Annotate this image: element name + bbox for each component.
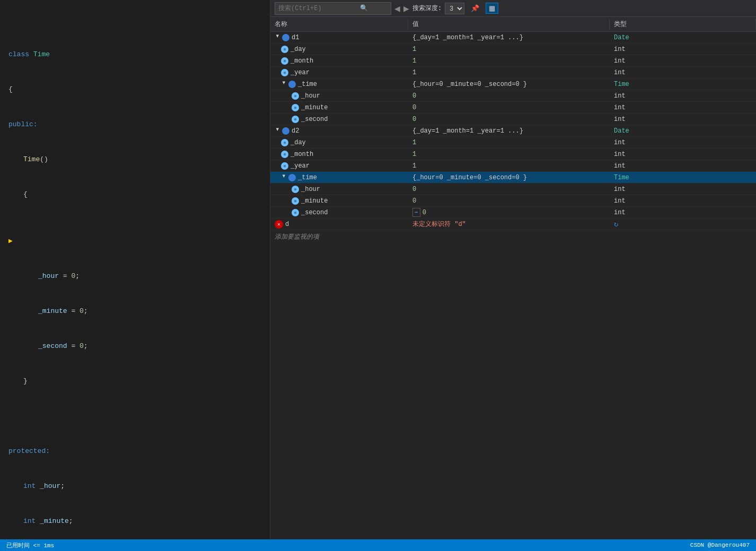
edit-value-btn[interactable]: ➡ [412,208,420,217]
cell-value-d1-hour: 0 [408,90,610,101]
cell-name-d2-hour: ◎ _hour [270,183,408,195]
number: 0 [80,340,84,352]
cell-type-d1-hour: int [610,90,756,101]
field-icon: ◎ [281,162,288,170]
watch-row-d1-hour[interactable]: ◎ _hour 0 int [270,90,756,102]
cell-name-d2-minute: ◎ _minute [270,195,408,206]
watch-row-d-error[interactable]: ✕ d 未定义标识符 "d" ↻ [270,218,756,230]
cell-value-d1-second: 0 [408,113,610,125]
field-icon: ◎ [281,46,288,53]
watch-row-d1-year[interactable]: ◎ _year 1 int [270,67,756,78]
field-icon: ◎ [292,209,299,216]
watch-row-d2-hour[interactable]: ◎ _hour 0 int [270,183,756,195]
arrow-marker: ▶ [8,235,13,247]
watch-row-d2[interactable]: ▶ d2 {_day=1 _month=1 _year=1 ...} Date [270,125,756,137]
cell-type-d1: Date [610,32,756,43]
nav-back-button[interactable]: ◀ [394,4,400,13]
status-bar: 已用时间 <= 1ms CSDN @Dangerou407 [0,539,756,551]
status-time: 已用时间 <= 1ms [6,541,54,549]
obj-icon-d2-time [288,174,296,181]
error-icon: ✕ [275,220,283,229]
field-icon: ◎ [292,197,299,205]
watch-row-d2-second[interactable]: ◎ _second ➡ 0 int [270,207,756,218]
cell-value-d2-minute: 0 [408,195,610,206]
cell-name-d2: ▶ d2 [270,125,408,136]
code-line [0,410,270,422]
cell-name-d1-minute: ◎ _minute [270,102,408,113]
search-input[interactable] [278,5,358,12]
name-d-error: d [285,221,289,228]
cell-value-d2-time: {_hour=0 _minute=0 _second=0 } [408,172,610,183]
cell-value-d2-second[interactable]: ➡ 0 [408,207,610,218]
refresh-icon[interactable]: ↻ [614,220,618,229]
cell-type-d1-minute: int [610,102,756,113]
grid-view-button[interactable]: ▦ [486,3,498,14]
cell-value-d1-time: {_hour=0 _minute=0 _second=0 } [408,78,610,90]
code-line: int _minute; [0,515,270,527]
cell-name-d1-month: ◎ _month [270,55,408,66]
expand-arrow-d1-time[interactable]: ▶ [281,82,287,87]
expand-arrow-d1[interactable]: ▶ [275,35,280,40]
search-box[interactable]: 🔍 [275,2,391,15]
expand-arrow-d2[interactable]: ▶ [275,128,280,134]
field-icon: ◎ [292,92,299,100]
type-name: Time [33,49,50,60]
op: = [67,340,80,352]
cell-name-d1: ▶ d1 [270,32,408,43]
name-d2-year: _year [291,162,310,170]
name-d1: d1 [292,34,299,41]
cell-name-d1-day: ◎ _day [270,43,408,55]
main-container: class Time { public: Time() { [0,0,756,539]
cell-value-d2-day: 1 [408,137,610,148]
cell-value-d-error: 未定义标识符 "d" [408,218,610,230]
obj-icon-d1 [282,34,289,41]
variable: _minute [40,515,69,527]
depth-label: 搜索深度: [412,4,442,13]
field-icon: ◎ [281,139,288,146]
watch-row-d2-month[interactable]: ◎ _month 1 int [270,148,756,160]
watch-row-d1-minute[interactable]: ◎ _minute 0 int [270,102,756,113]
obj-icon-d1-time [288,81,296,88]
field-icon: ◎ [292,116,299,123]
name-d1-minute: _minute [301,104,328,111]
search-icon: 🔍 [360,4,368,12]
code-content: class Time { public: Time() { [0,0,270,539]
cell-type-d2: Date [610,125,756,136]
watch-row-d2-time[interactable]: ▶ _time {_hour=0 _minute=0 _second=0 } T… [270,172,756,183]
cell-value-d1-day: 1 [408,43,610,55]
keyword-class: class [8,49,33,60]
watch-row-d1-month[interactable]: ◎ _month 1 int [270,55,756,67]
name-d1-second: _second [301,116,328,123]
depth-select[interactable]: 3 1 2 4 5 [445,3,464,14]
watch-row-d1-second[interactable]: ◎ _second 0 int [270,113,756,125]
watch-row-d1[interactable]: ▶ d1 {_day=1 _month=1 _year=1 ...} Date [270,32,756,43]
watch-row-d2-day[interactable]: ◎ _day 1 int [270,137,756,148]
cell-value-d1-minute: 0 [408,102,610,113]
cell-type-d2-day: int [610,137,756,148]
watch-table-header: 名称 值 类型 [270,17,756,32]
code-line: int _hour; [0,480,270,492]
nav-forward-button[interactable]: ▶ [403,4,409,13]
cell-type-d1-second: int [610,113,756,125]
code-line: protected: [0,445,270,457]
cell-type-d2-month: int [610,148,756,160]
code-line: ▶ [0,235,270,247]
cell-value-d1: {_day=1 _month=1 _year=1 ...} [408,32,610,43]
cell-type-d1-month: int [610,55,756,66]
name-d1-hour: _hour [301,92,320,100]
expand-arrow-d2-time[interactable]: ▶ [281,175,287,180]
watch-row-d2-minute[interactable]: ◎ _minute 0 int [270,195,756,207]
watch-row-d1-day[interactable]: ◎ _day 1 int [270,43,756,55]
status-attribution: CSDN @Dangerou407 [690,542,750,548]
cell-value-d2-hour: 0 [408,183,610,195]
cell-name-d2-month: ◎ _month [270,148,408,160]
header-value: 值 [408,19,610,30]
keyword-protected: protected: [8,445,50,457]
code-line: { [0,84,270,95]
pin-button[interactable]: 📌 [468,3,482,14]
watch-toolbar: 🔍 ◀ ▶ 搜索深度: 3 1 2 4 5 📌 ▦ [270,0,756,17]
cell-type-d2-time: Time [610,172,756,183]
watch-row-d1-time[interactable]: ▶ _time {_hour=0 _minute=0 _second=0 } T… [270,78,756,90]
add-watch-item[interactable]: 添加要监视的项 [270,230,756,243]
watch-row-d2-year[interactable]: ◎ _year 1 int [270,160,756,172]
